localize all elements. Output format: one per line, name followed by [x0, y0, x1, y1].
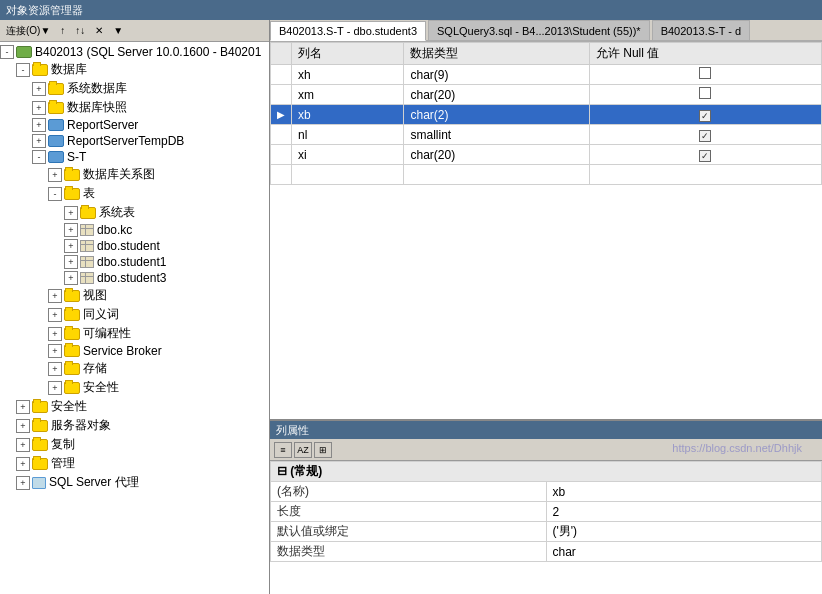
tree-expand-replication[interactable]: +	[16, 438, 30, 452]
tree-item-management[interactable]: +管理	[0, 454, 269, 473]
tree-expand-storage[interactable]: +	[48, 362, 62, 376]
tree-expand-dbo-student1[interactable]: +	[64, 255, 78, 269]
tree-expand-dbo-kc[interactable]: +	[64, 223, 78, 237]
tree-expand-service-broker[interactable]: +	[48, 344, 62, 358]
sort-button[interactable]: ↑↓	[71, 22, 89, 40]
tree-item-snapshots[interactable]: +数据库快照	[0, 98, 269, 117]
collapse-button[interactable]: ▼	[109, 22, 127, 40]
col-name-cell[interactable]: xm	[292, 85, 404, 105]
col-name-cell[interactable]: nl	[292, 125, 404, 145]
tree-item-server-objects[interactable]: +服务器对象	[0, 416, 269, 435]
col-name-cell[interactable]: xh	[292, 65, 404, 85]
tree-expand-server[interactable]: -	[0, 45, 14, 59]
tree-item-service-broker[interactable]: +Service Broker	[0, 343, 269, 359]
tree-expand-databases[interactable]: -	[16, 63, 30, 77]
tree-item-sql-agent[interactable]: +SQL Server 代理	[0, 473, 269, 492]
col-type-cell[interactable]: char(9)	[404, 65, 589, 85]
table-grid[interactable]: 列名 数据类型 允许 Null 值 xhchar(9)xmchar(20)▶xb…	[270, 42, 822, 419]
tree-expand-synonyms[interactable]: +	[48, 308, 62, 322]
tree-item-st[interactable]: -S-T	[0, 149, 269, 165]
table-row[interactable]: ▶xbchar(2)	[271, 105, 822, 125]
tree-expand-dbo-student[interactable]: +	[64, 239, 78, 253]
tree-expand-st[interactable]: -	[32, 150, 46, 164]
tree-item-reportserver[interactable]: +ReportServer	[0, 117, 269, 133]
tree-item-security[interactable]: +安全性	[0, 397, 269, 416]
tab-tab3[interactable]: B402013.S-T - d	[652, 20, 751, 40]
tree-expand-sys-db[interactable]: +	[32, 82, 46, 96]
filter-button[interactable]: ✕	[91, 22, 107, 40]
tree-item-dbo-kc[interactable]: +dbo.kc	[0, 222, 269, 238]
col-type-cell[interactable]	[404, 165, 589, 185]
tree-item-views[interactable]: +视图	[0, 286, 269, 305]
tree-expand-programmability[interactable]: +	[48, 327, 62, 341]
tab-tab1[interactable]: B402013.S-T - dbo.student3	[270, 21, 426, 41]
tree-expand-security-sub[interactable]: +	[48, 381, 62, 395]
props-sort-btn[interactable]: ≡	[274, 442, 292, 458]
tree-expand-server-objects[interactable]: +	[16, 419, 30, 433]
tree-item-storage[interactable]: +存储	[0, 359, 269, 378]
tree-item-dbo-student[interactable]: +dbo.student	[0, 238, 269, 254]
tab-tab2[interactable]: SQLQuery3.sql - B4...2013\Student (55))*	[428, 20, 650, 40]
col-name-cell[interactable]: xb	[292, 105, 404, 125]
props-row[interactable]: 默认值或绑定('男')	[271, 522, 822, 542]
col-type-cell[interactable]: char(20)	[404, 145, 589, 165]
props-row[interactable]: 长度2	[271, 502, 822, 522]
tree-expand-snapshots[interactable]: +	[32, 101, 46, 115]
properties-grid[interactable]: ⊟ (常规)(名称)xb长度2默认值或绑定('男')数据类型char	[270, 461, 822, 594]
nullable-checkbox[interactable]	[699, 87, 711, 99]
col-null-cell[interactable]	[589, 65, 821, 85]
tree-item-dbo-student3[interactable]: +dbo.student3	[0, 270, 269, 286]
col-null-cell[interactable]	[589, 145, 821, 165]
col-type-cell[interactable]: smallint	[404, 125, 589, 145]
nullable-checkbox[interactable]	[699, 130, 711, 142]
table-row[interactable]: nlsmallint	[271, 125, 822, 145]
props-value[interactable]: 2	[546, 502, 822, 522]
props-value[interactable]: char	[546, 542, 822, 562]
tree-item-reportservertempdb[interactable]: +ReportServerTempDB	[0, 133, 269, 149]
col-type-cell[interactable]: char(2)	[404, 105, 589, 125]
tree-item-sys-db[interactable]: +系统数据库	[0, 79, 269, 98]
col-name-cell[interactable]	[292, 165, 404, 185]
table-row[interactable]	[271, 165, 822, 185]
nullable-checkbox[interactable]	[699, 150, 711, 162]
props-az-btn[interactable]: AZ	[294, 442, 312, 458]
props-custom-btn[interactable]: ⊞	[314, 442, 332, 458]
table-row[interactable]: xichar(20)	[271, 145, 822, 165]
nullable-checkbox[interactable]	[699, 110, 711, 122]
props-row[interactable]: 数据类型char	[271, 542, 822, 562]
tree-expand-systables[interactable]: +	[64, 206, 78, 220]
tree-expand-sql-agent[interactable]: +	[16, 476, 30, 490]
tree-item-server[interactable]: -B402013 (SQL Server 10.0.1600 - B40201	[0, 44, 269, 60]
tree-item-synonyms[interactable]: +同义词	[0, 305, 269, 324]
props-value[interactable]: ('男')	[546, 522, 822, 542]
table-row[interactable]: xmchar(20)	[271, 85, 822, 105]
tree-expand-dbo-student3[interactable]: +	[64, 271, 78, 285]
tree-expand-tables[interactable]: -	[48, 187, 62, 201]
tree-item-programmability[interactable]: +可编程性	[0, 324, 269, 343]
tree-expand-reportservertempdb[interactable]: +	[32, 134, 46, 148]
props-value[interactable]: xb	[546, 482, 822, 502]
tree-item-replication[interactable]: +复制	[0, 435, 269, 454]
connect-button[interactable]: 连接(O)▼	[2, 22, 54, 40]
tree-item-security-sub[interactable]: +安全性	[0, 378, 269, 397]
tree-item-databases[interactable]: -数据库	[0, 60, 269, 79]
tree-expand-views[interactable]: +	[48, 289, 62, 303]
tree-expand-dbdiagram[interactable]: +	[48, 168, 62, 182]
tree-item-dbdiagram[interactable]: +数据库关系图	[0, 165, 269, 184]
col-null-cell[interactable]	[589, 125, 821, 145]
col-null-cell[interactable]	[589, 85, 821, 105]
refresh-button[interactable]: ↑	[56, 22, 69, 40]
tree-item-tables[interactable]: -表	[0, 184, 269, 203]
tree-item-dbo-student1[interactable]: +dbo.student1	[0, 254, 269, 270]
table-row[interactable]: xhchar(9)	[271, 65, 822, 85]
props-row[interactable]: (名称)xb	[271, 482, 822, 502]
col-null-cell[interactable]	[589, 165, 821, 185]
object-tree[interactable]: -B402013 (SQL Server 10.0.1600 - B40201-…	[0, 42, 269, 594]
col-name-cell[interactable]: xi	[292, 145, 404, 165]
nullable-checkbox[interactable]	[699, 67, 711, 79]
tree-expand-reportserver[interactable]: +	[32, 118, 46, 132]
tree-item-systables[interactable]: +系统表	[0, 203, 269, 222]
tree-expand-management[interactable]: +	[16, 457, 30, 471]
tree-expand-security[interactable]: +	[16, 400, 30, 414]
col-type-cell[interactable]: char(20)	[404, 85, 589, 105]
